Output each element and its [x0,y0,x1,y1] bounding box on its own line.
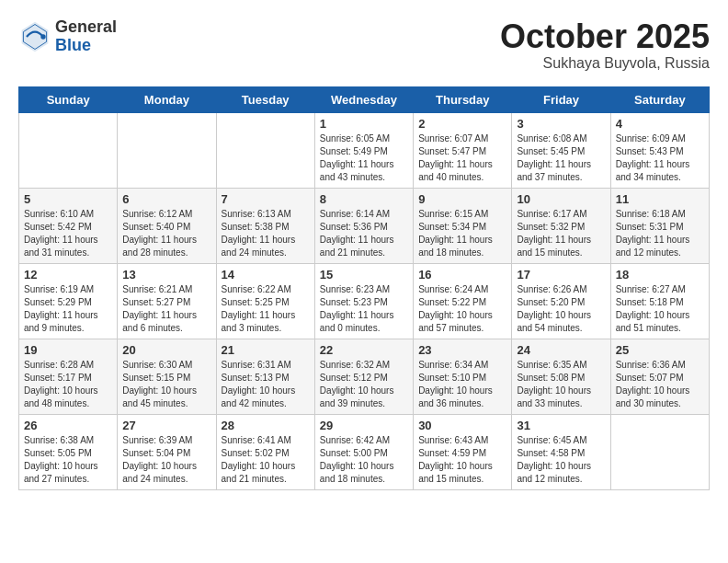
day-cell: 18Sunrise: 6:27 AM Sunset: 5:18 PM Dayli… [610,263,709,339]
day-info: Sunrise: 6:38 AM Sunset: 5:05 PM Dayligh… [24,434,112,486]
day-info: Sunrise: 6:31 AM Sunset: 5:13 PM Dayligh… [222,359,310,410]
day-number: 19 [24,343,112,357]
day-number: 11 [616,192,704,206]
week-row-4: 19Sunrise: 6:28 AM Sunset: 5:17 PM Dayli… [19,339,710,414]
day-cell: 9Sunrise: 6:15 AM Sunset: 5:34 PM Daylig… [414,188,512,263]
day-number: 27 [122,419,210,432]
title-area: October 2025 Sukhaya Buyvola, Russia [500,18,710,72]
day-number: 7 [222,192,310,206]
day-number: 28 [222,419,310,432]
day-info: Sunrise: 6:05 AM Sunset: 5:49 PM Dayligh… [320,132,408,184]
day-info: Sunrise: 6:12 AM Sunset: 5:40 PM Dayligh… [122,208,210,259]
day-cell: 1Sunrise: 6:05 AM Sunset: 5:49 PM Daylig… [314,112,413,188]
day-number: 22 [320,343,408,357]
logo-blue: Blue [55,37,117,55]
day-info: Sunrise: 6:27 AM Sunset: 5:18 PM Dayligh… [616,283,704,335]
day-info: Sunrise: 6:28 AM Sunset: 5:17 PM Dayligh… [24,359,112,410]
day-info: Sunrise: 6:07 AM Sunset: 5:47 PM Dayligh… [418,132,506,184]
day-info: Sunrise: 6:32 AM Sunset: 5:12 PM Dayligh… [320,359,408,410]
day-cell [19,112,118,188]
day-cell: 29Sunrise: 6:42 AM Sunset: 5:00 PM Dayli… [314,414,413,489]
day-info: Sunrise: 6:13 AM Sunset: 5:38 PM Dayligh… [222,208,310,259]
day-number: 14 [222,268,310,282]
day-number: 15 [320,268,408,282]
day-number: 16 [418,268,506,282]
day-number: 25 [616,343,704,357]
day-info: Sunrise: 6:21 AM Sunset: 5:27 PM Dayligh… [122,283,210,335]
weekday-header-row: SundayMondayTuesdayWednesdayThursdayFrid… [19,86,710,112]
day-info: Sunrise: 6:35 AM Sunset: 5:08 PM Dayligh… [517,359,605,410]
day-info: Sunrise: 6:09 AM Sunset: 5:43 PM Dayligh… [616,132,704,184]
calendar-table: SundayMondayTuesdayWednesdayThursdayFrid… [18,86,710,490]
location-subtitle: Sukhaya Buyvola, Russia [500,55,710,72]
day-cell: 8Sunrise: 6:14 AM Sunset: 5:36 PM Daylig… [314,188,413,263]
day-number: 23 [418,343,506,357]
day-cell: 10Sunrise: 6:17 AM Sunset: 5:32 PM Dayli… [512,188,610,263]
svg-point-2 [40,34,45,39]
day-number: 12 [24,268,112,282]
day-cell: 3Sunrise: 6:08 AM Sunset: 5:45 PM Daylig… [512,112,610,188]
day-number: 13 [122,268,210,282]
logo: General Blue [18,18,117,55]
day-number: 24 [517,343,605,357]
day-number: 17 [517,268,605,282]
day-cell: 11Sunrise: 6:18 AM Sunset: 5:31 PM Dayli… [610,188,709,263]
day-cell: 5Sunrise: 6:10 AM Sunset: 5:42 PM Daylig… [19,188,118,263]
week-row-5: 26Sunrise: 6:38 AM Sunset: 5:05 PM Dayli… [19,414,710,489]
day-info: Sunrise: 6:10 AM Sunset: 5:42 PM Dayligh… [24,208,112,259]
day-info: Sunrise: 6:43 AM Sunset: 4:59 PM Dayligh… [418,434,506,486]
day-cell: 30Sunrise: 6:43 AM Sunset: 4:59 PM Dayli… [414,414,512,489]
day-cell: 7Sunrise: 6:13 AM Sunset: 5:38 PM Daylig… [216,188,314,263]
day-number: 18 [616,268,704,282]
day-info: Sunrise: 6:14 AM Sunset: 5:36 PM Dayligh… [320,208,408,259]
day-cell: 22Sunrise: 6:32 AM Sunset: 5:12 PM Dayli… [314,339,413,414]
month-title: October 2025 [500,18,710,55]
day-cell: 28Sunrise: 6:41 AM Sunset: 5:02 PM Dayli… [216,414,314,489]
weekday-header-tuesday: Tuesday [216,86,314,112]
day-info: Sunrise: 6:17 AM Sunset: 5:32 PM Dayligh… [517,208,605,259]
day-info: Sunrise: 6:24 AM Sunset: 5:22 PM Dayligh… [418,283,506,335]
day-cell [216,112,314,188]
day-number: 3 [517,117,605,131]
day-cell: 13Sunrise: 6:21 AM Sunset: 5:27 PM Dayli… [118,263,216,339]
day-cell: 23Sunrise: 6:34 AM Sunset: 5:10 PM Dayli… [414,339,512,414]
day-cell: 19Sunrise: 6:28 AM Sunset: 5:17 PM Dayli… [19,339,118,414]
day-info: Sunrise: 6:08 AM Sunset: 5:45 PM Dayligh… [517,132,605,184]
weekday-header-monday: Monday [118,86,216,112]
logo-icon [18,20,51,53]
day-cell: 14Sunrise: 6:22 AM Sunset: 5:25 PM Dayli… [216,263,314,339]
day-info: Sunrise: 6:39 AM Sunset: 5:04 PM Dayligh… [122,434,210,486]
day-number: 9 [418,192,506,206]
day-number: 26 [24,419,112,432]
weekday-header-wednesday: Wednesday [314,86,413,112]
day-number: 21 [222,343,310,357]
day-number: 10 [517,192,605,206]
day-cell: 6Sunrise: 6:12 AM Sunset: 5:40 PM Daylig… [118,188,216,263]
day-cell: 16Sunrise: 6:24 AM Sunset: 5:22 PM Dayli… [414,263,512,339]
day-info: Sunrise: 6:30 AM Sunset: 5:15 PM Dayligh… [122,359,210,410]
day-cell [610,414,709,489]
day-info: Sunrise: 6:26 AM Sunset: 5:20 PM Dayligh… [517,283,605,335]
day-number: 5 [24,192,112,206]
day-info: Sunrise: 6:15 AM Sunset: 5:34 PM Dayligh… [418,208,506,259]
week-row-3: 12Sunrise: 6:19 AM Sunset: 5:29 PM Dayli… [19,263,710,339]
day-info: Sunrise: 6:18 AM Sunset: 5:31 PM Dayligh… [616,208,704,259]
day-number: 29 [320,419,408,432]
week-row-1: 1Sunrise: 6:05 AM Sunset: 5:49 PM Daylig… [19,112,710,188]
weekday-header-sunday: Sunday [19,86,118,112]
logo-text: General Blue [55,18,117,55]
weekday-header-friday: Friday [512,86,610,112]
week-row-2: 5Sunrise: 6:10 AM Sunset: 5:42 PM Daylig… [19,188,710,263]
header: General Blue October 2025 Sukhaya Buyvol… [18,18,710,72]
day-cell: 17Sunrise: 6:26 AM Sunset: 5:20 PM Dayli… [512,263,610,339]
day-cell: 2Sunrise: 6:07 AM Sunset: 5:47 PM Daylig… [414,112,512,188]
day-info: Sunrise: 6:41 AM Sunset: 5:02 PM Dayligh… [222,434,310,486]
day-cell: 31Sunrise: 6:45 AM Sunset: 4:58 PM Dayli… [512,414,610,489]
day-cell: 26Sunrise: 6:38 AM Sunset: 5:05 PM Dayli… [19,414,118,489]
day-number: 2 [418,117,506,131]
day-info: Sunrise: 6:19 AM Sunset: 5:29 PM Dayligh… [24,283,112,335]
day-info: Sunrise: 6:23 AM Sunset: 5:23 PM Dayligh… [320,283,408,335]
day-number: 31 [517,419,605,432]
weekday-header-thursday: Thursday [414,86,512,112]
day-number: 20 [122,343,210,357]
